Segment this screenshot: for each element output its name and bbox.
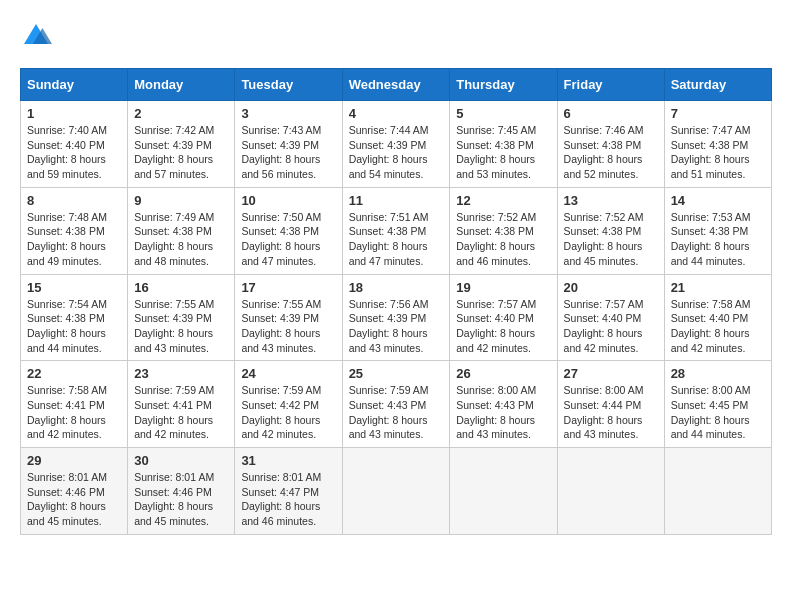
day-info: Sunrise: 7:57 AM Sunset: 4:40 PM Dayligh… [564,297,658,356]
day-info: Sunrise: 8:01 AM Sunset: 4:47 PM Dayligh… [241,470,335,529]
calendar-cell [664,448,771,535]
calendar-cell [450,448,557,535]
calendar-cell: 12 Sunrise: 7:52 AM Sunset: 4:38 PM Dayl… [450,187,557,274]
day-number: 20 [564,280,658,295]
day-number: 17 [241,280,335,295]
day-number: 21 [671,280,765,295]
day-number: 22 [27,366,121,381]
day-number: 1 [27,106,121,121]
day-number: 26 [456,366,550,381]
day-number: 25 [349,366,444,381]
day-info: Sunrise: 7:53 AM Sunset: 4:38 PM Dayligh… [671,210,765,269]
day-number: 23 [134,366,228,381]
calendar-cell: 18 Sunrise: 7:56 AM Sunset: 4:39 PM Dayl… [342,274,450,361]
day-number: 24 [241,366,335,381]
calendar-cell: 11 Sunrise: 7:51 AM Sunset: 4:38 PM Dayl… [342,187,450,274]
calendar-week-row: 22 Sunrise: 7:58 AM Sunset: 4:41 PM Dayl… [21,361,772,448]
day-number: 8 [27,193,121,208]
day-info: Sunrise: 7:54 AM Sunset: 4:38 PM Dayligh… [27,297,121,356]
day-info: Sunrise: 7:58 AM Sunset: 4:41 PM Dayligh… [27,383,121,442]
day-info: Sunrise: 7:49 AM Sunset: 4:38 PM Dayligh… [134,210,228,269]
calendar-week-row: 1 Sunrise: 7:40 AM Sunset: 4:40 PM Dayli… [21,101,772,188]
day-number: 30 [134,453,228,468]
calendar-cell: 15 Sunrise: 7:54 AM Sunset: 4:38 PM Dayl… [21,274,128,361]
calendar-week-row: 8 Sunrise: 7:48 AM Sunset: 4:38 PM Dayli… [21,187,772,274]
calendar-header-saturday: Saturday [664,69,771,101]
calendar-header-row: SundayMondayTuesdayWednesdayThursdayFrid… [21,69,772,101]
day-info: Sunrise: 8:00 AM Sunset: 4:45 PM Dayligh… [671,383,765,442]
day-info: Sunrise: 7:55 AM Sunset: 4:39 PM Dayligh… [134,297,228,356]
day-info: Sunrise: 7:55 AM Sunset: 4:39 PM Dayligh… [241,297,335,356]
calendar-cell: 25 Sunrise: 7:59 AM Sunset: 4:43 PM Dayl… [342,361,450,448]
calendar-cell: 29 Sunrise: 8:01 AM Sunset: 4:46 PM Dayl… [21,448,128,535]
day-number: 28 [671,366,765,381]
day-number: 4 [349,106,444,121]
day-info: Sunrise: 7:45 AM Sunset: 4:38 PM Dayligh… [456,123,550,182]
day-info: Sunrise: 7:52 AM Sunset: 4:38 PM Dayligh… [564,210,658,269]
calendar-cell: 14 Sunrise: 7:53 AM Sunset: 4:38 PM Dayl… [664,187,771,274]
day-number: 27 [564,366,658,381]
calendar-header-monday: Monday [128,69,235,101]
day-number: 5 [456,106,550,121]
day-number: 10 [241,193,335,208]
day-info: Sunrise: 7:40 AM Sunset: 4:40 PM Dayligh… [27,123,121,182]
day-info: Sunrise: 7:59 AM Sunset: 4:43 PM Dayligh… [349,383,444,442]
calendar-cell: 4 Sunrise: 7:44 AM Sunset: 4:39 PM Dayli… [342,101,450,188]
page-header [20,20,772,52]
day-number: 29 [27,453,121,468]
calendar-cell: 26 Sunrise: 8:00 AM Sunset: 4:43 PM Dayl… [450,361,557,448]
calendar-header-tuesday: Tuesday [235,69,342,101]
calendar-cell: 10 Sunrise: 7:50 AM Sunset: 4:38 PM Dayl… [235,187,342,274]
day-number: 2 [134,106,228,121]
day-number: 14 [671,193,765,208]
calendar-cell: 28 Sunrise: 8:00 AM Sunset: 4:45 PM Dayl… [664,361,771,448]
logo [20,20,56,52]
calendar-header-thursday: Thursday [450,69,557,101]
day-info: Sunrise: 7:50 AM Sunset: 4:38 PM Dayligh… [241,210,335,269]
calendar-cell: 5 Sunrise: 7:45 AM Sunset: 4:38 PM Dayli… [450,101,557,188]
calendar-cell: 23 Sunrise: 7:59 AM Sunset: 4:41 PM Dayl… [128,361,235,448]
calendar-cell: 2 Sunrise: 7:42 AM Sunset: 4:39 PM Dayli… [128,101,235,188]
day-info: Sunrise: 7:51 AM Sunset: 4:38 PM Dayligh… [349,210,444,269]
day-info: Sunrise: 8:00 AM Sunset: 4:44 PM Dayligh… [564,383,658,442]
calendar-cell: 6 Sunrise: 7:46 AM Sunset: 4:38 PM Dayli… [557,101,664,188]
calendar-cell: 1 Sunrise: 7:40 AM Sunset: 4:40 PM Dayli… [21,101,128,188]
calendar-header-wednesday: Wednesday [342,69,450,101]
day-info: Sunrise: 7:52 AM Sunset: 4:38 PM Dayligh… [456,210,550,269]
day-info: Sunrise: 7:42 AM Sunset: 4:39 PM Dayligh… [134,123,228,182]
day-info: Sunrise: 7:57 AM Sunset: 4:40 PM Dayligh… [456,297,550,356]
day-info: Sunrise: 7:48 AM Sunset: 4:38 PM Dayligh… [27,210,121,269]
day-number: 7 [671,106,765,121]
calendar-cell: 24 Sunrise: 7:59 AM Sunset: 4:42 PM Dayl… [235,361,342,448]
day-number: 9 [134,193,228,208]
day-info: Sunrise: 7:58 AM Sunset: 4:40 PM Dayligh… [671,297,765,356]
calendar-cell: 31 Sunrise: 8:01 AM Sunset: 4:47 PM Dayl… [235,448,342,535]
calendar-cell: 3 Sunrise: 7:43 AM Sunset: 4:39 PM Dayli… [235,101,342,188]
calendar-cell: 20 Sunrise: 7:57 AM Sunset: 4:40 PM Dayl… [557,274,664,361]
calendar-cell: 19 Sunrise: 7:57 AM Sunset: 4:40 PM Dayl… [450,274,557,361]
logo-icon [20,20,52,52]
calendar-cell: 17 Sunrise: 7:55 AM Sunset: 4:39 PM Dayl… [235,274,342,361]
day-info: Sunrise: 7:59 AM Sunset: 4:42 PM Dayligh… [241,383,335,442]
calendar-cell: 22 Sunrise: 7:58 AM Sunset: 4:41 PM Dayl… [21,361,128,448]
calendar-cell: 8 Sunrise: 7:48 AM Sunset: 4:38 PM Dayli… [21,187,128,274]
day-number: 3 [241,106,335,121]
calendar-cell: 30 Sunrise: 8:01 AM Sunset: 4:46 PM Dayl… [128,448,235,535]
calendar-cell [342,448,450,535]
calendar-cell: 13 Sunrise: 7:52 AM Sunset: 4:38 PM Dayl… [557,187,664,274]
calendar-header-friday: Friday [557,69,664,101]
day-number: 13 [564,193,658,208]
day-number: 31 [241,453,335,468]
day-info: Sunrise: 8:01 AM Sunset: 4:46 PM Dayligh… [27,470,121,529]
day-info: Sunrise: 7:44 AM Sunset: 4:39 PM Dayligh… [349,123,444,182]
day-info: Sunrise: 8:01 AM Sunset: 4:46 PM Dayligh… [134,470,228,529]
calendar-cell [557,448,664,535]
day-info: Sunrise: 8:00 AM Sunset: 4:43 PM Dayligh… [456,383,550,442]
calendar-cell: 16 Sunrise: 7:55 AM Sunset: 4:39 PM Dayl… [128,274,235,361]
day-number: 6 [564,106,658,121]
calendar-cell: 7 Sunrise: 7:47 AM Sunset: 4:38 PM Dayli… [664,101,771,188]
calendar-week-row: 29 Sunrise: 8:01 AM Sunset: 4:46 PM Dayl… [21,448,772,535]
calendar-table: SundayMondayTuesdayWednesdayThursdayFrid… [20,68,772,535]
day-info: Sunrise: 7:56 AM Sunset: 4:39 PM Dayligh… [349,297,444,356]
day-number: 15 [27,280,121,295]
